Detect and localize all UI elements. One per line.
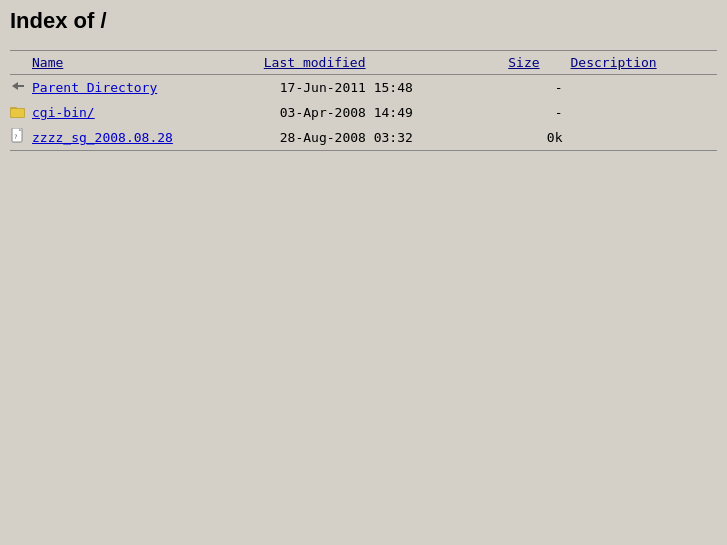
file-size: - [508,75,570,101]
file-last-modified: 17-Jun-2011 15:48 [264,75,508,101]
file-name: zzzz_sg_2008.08.28 [32,125,264,151]
table-row: cgi-bin/03-Apr-2008 14:49- [10,100,717,125]
description-col-header: Description [571,51,717,75]
svg-rect-2 [17,85,24,87]
file-last-modified: 28-Aug-2008 03:32 [264,125,508,151]
name-sort-link[interactable]: Name [32,55,63,70]
file-size: - [508,100,570,125]
file-icon [10,100,32,125]
svg-text:?: ? [14,133,18,140]
file-description [571,100,717,125]
file-name: Parent Directory [32,75,264,101]
file-description [571,125,717,151]
file-icon [10,75,32,101]
name-col-header: Name [32,51,264,75]
size-col-header: Size [508,51,570,75]
svg-rect-5 [11,109,24,117]
file-description [571,75,717,101]
page-heading: Index of / [10,8,717,34]
table-header-row: Name Last modified Size Description [10,51,717,75]
file-link[interactable]: cgi-bin/ [32,105,95,120]
icon-col-header [10,51,32,75]
description-sort-link[interactable]: Description [571,55,657,70]
table-row: Parent Directory17-Jun-2011 15:48- [10,75,717,101]
last-modified-sort-link[interactable]: Last modified [264,55,366,70]
file-link[interactable]: zzzz_sg_2008.08.28 [32,130,173,145]
last-modified-col-header: Last modified [264,51,508,75]
directory-listing: Name Last modified Size Description Pare… [10,50,717,151]
file-link[interactable]: Parent Directory [32,80,157,95]
table-row: ? zzzz_sg_2008.08.2828-Aug-2008 03:320k [10,125,717,151]
file-name: cgi-bin/ [32,100,264,125]
file-last-modified: 03-Apr-2008 14:49 [264,100,508,125]
file-size: 0k [508,125,570,151]
size-sort-link[interactable]: Size [508,55,539,70]
file-icon: ? [10,125,32,151]
